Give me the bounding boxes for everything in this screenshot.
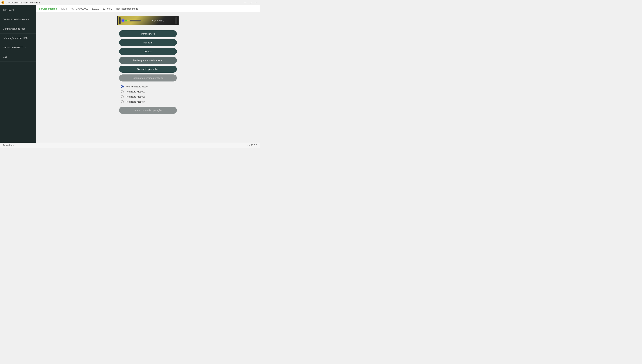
header-ip: 127.0.0.1 [103,8,112,10]
retornar-fabrica-button[interactable]: Retornar ao estado de fábrica [119,74,177,82]
reiniciar-button[interactable]: Reiniciar [119,39,177,46]
radio-restricted-3[interactable]: Restricted mode 3 [121,100,177,103]
hsm-bar-element [130,20,141,22]
alterar-modo-button[interactable]: Alterar modo de operação [119,107,177,114]
sidebar-item-configuracao-rede[interactable]: Configuração de rede [0,24,36,34]
sidebar-item-informacoes-hsm[interactable]: Informações sobre HSM [0,34,36,43]
radio-group-mode: Non Restricted Mode Restricted Mode 1 Re… [119,85,177,103]
radio-circle-restricted-3 [121,100,124,103]
hsm-slot-right [175,17,177,24]
status-version: v 4.13.0.0 [247,144,257,146]
radio-circle-restricted-2 [121,95,124,98]
radio-restricted-1[interactable]: Restricted Mode 1 [121,90,177,93]
hsm-light-yellow-1 [127,20,129,21]
minimize-button[interactable]: — [243,1,247,4]
hsm-slot-left [119,17,121,24]
external-link-icon: ↗ [24,46,26,49]
header-mode: Non Restricted Mode [116,8,138,10]
sidebar-item-abrir-console[interactable]: Abrir console HTTP ↗ [0,43,36,52]
hsm-main-light [122,19,124,22]
service-status: Serviço iniciado [39,8,57,10]
hsm-lights-row [125,20,129,21]
desligar-button[interactable]: Desligar [119,48,177,55]
title-bar: D DINAMOcon - KEY-STATION\Nadia — □ ✕ [0,0,260,6]
radio-circle-non-restricted [121,85,124,88]
header-ns: NS TCA0000000 [71,8,88,10]
hsm-right-section [175,17,177,24]
sidebar-item-gerencia-hsm[interactable]: Gerência do HSM remoto [0,15,36,24]
sincronizacao-online-button[interactable]: Sincronização online [119,66,177,73]
app-icon: D [2,1,4,4]
status-bar-bottom: Autenticado v 4.13.0.0 [0,142,260,148]
radio-label-restricted-1: Restricted Mode 1 [126,90,145,93]
maximize-button[interactable]: □ [248,1,253,4]
mode-button-group: Alterar modo de operação [119,107,177,114]
radio-label-restricted-3: Restricted mode 3 [126,100,145,103]
status-autenticado: Autenticado [3,144,14,146]
window-controls: — □ ✕ [243,1,258,4]
window-title: DINAMOcon - KEY-STATION\Nadia [6,2,40,4]
hsm-device-image: ● DINAMO [117,16,179,25]
radio-circle-restricted-1 [121,90,124,93]
sidebar-item-tela-inicial[interactable]: Tela Inicial [0,6,36,15]
title-bar-left: D DINAMOcon - KEY-STATION\Nadia [2,1,40,4]
header-dxp: (DXP) [61,8,67,10]
hsm-left-section [119,17,141,24]
radio-label-restricted-2: Restricted mode 2 [126,95,145,98]
action-buttons: Parar serviço Reiniciar Desligar Desbloq… [119,30,177,82]
app-body: Tela Inicial Gerência do HSM remoto Conf… [0,6,260,142]
content-inner: ● DINAMO Parar serviço Reiniciar Desliga… [36,12,260,121]
close-button[interactable]: ✕ [254,1,258,4]
main-content: Serviço iniciado (DXP) NS TCA0000000 5.3… [36,6,260,142]
desbloquear-usuario-button[interactable]: Desbloquear usuário master [119,57,177,64]
parar-servico-button[interactable]: Parar serviço [119,30,177,37]
hsm-light-green-1 [125,20,127,21]
sidebar: Tela Inicial Gerência do HSM remoto Conf… [0,6,36,142]
header-version: 5.3.0.0 [92,8,99,10]
status-bar-top: Serviço iniciado (DXP) NS TCA0000000 5.3… [36,6,260,12]
radio-non-restricted[interactable]: Non Restricted Mode [121,85,177,88]
sidebar-item-sair[interactable]: Sair [0,52,36,62]
radio-restricted-2[interactable]: Restricted mode 2 [121,95,177,98]
hsm-dinamo-logo: ● DINAMO [151,19,164,22]
radio-label-non-restricted: Non Restricted Mode [126,85,148,88]
sidebar-item-external-row: Abrir console HTTP ↗ [3,46,33,49]
